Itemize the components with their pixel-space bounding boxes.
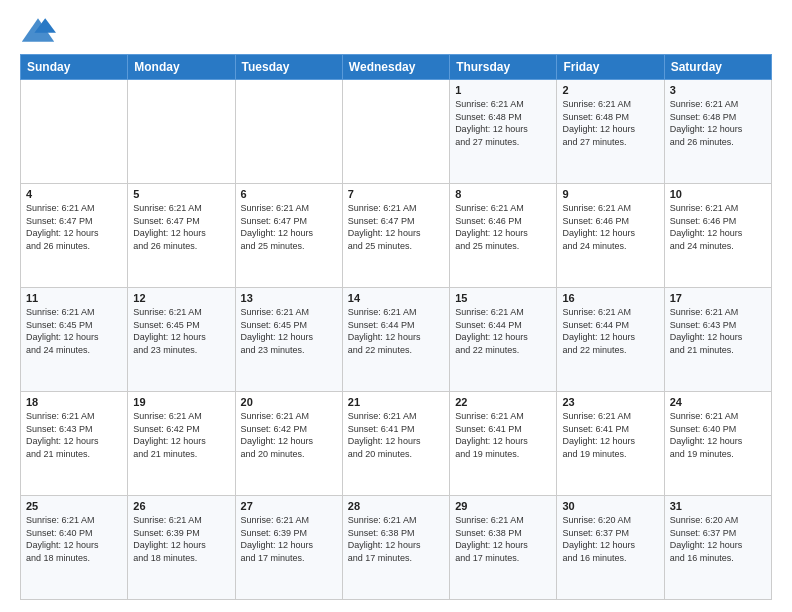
day-info: Sunrise: 6:21 AM Sunset: 6:47 PM Dayligh… [26, 202, 122, 252]
day-cell: 25Sunrise: 6:21 AM Sunset: 6:40 PM Dayli… [21, 496, 128, 600]
day-cell: 6Sunrise: 6:21 AM Sunset: 6:47 PM Daylig… [235, 184, 342, 288]
day-info: Sunrise: 6:21 AM Sunset: 6:42 PM Dayligh… [241, 410, 337, 460]
day-info: Sunrise: 6:21 AM Sunset: 6:48 PM Dayligh… [562, 98, 658, 148]
day-info: Sunrise: 6:21 AM Sunset: 6:41 PM Dayligh… [562, 410, 658, 460]
day-number: 26 [133, 500, 229, 512]
day-cell: 5Sunrise: 6:21 AM Sunset: 6:47 PM Daylig… [128, 184, 235, 288]
col-header-saturday: Saturday [664, 55, 771, 80]
day-number: 16 [562, 292, 658, 304]
day-info: Sunrise: 6:21 AM Sunset: 6:40 PM Dayligh… [670, 410, 766, 460]
day-cell [235, 80, 342, 184]
day-info: Sunrise: 6:20 AM Sunset: 6:37 PM Dayligh… [562, 514, 658, 564]
day-number: 22 [455, 396, 551, 408]
day-info: Sunrise: 6:21 AM Sunset: 6:48 PM Dayligh… [670, 98, 766, 148]
day-cell: 2Sunrise: 6:21 AM Sunset: 6:48 PM Daylig… [557, 80, 664, 184]
day-info: Sunrise: 6:21 AM Sunset: 6:43 PM Dayligh… [670, 306, 766, 356]
day-number: 18 [26, 396, 122, 408]
day-cell: 9Sunrise: 6:21 AM Sunset: 6:46 PM Daylig… [557, 184, 664, 288]
day-number: 9 [562, 188, 658, 200]
logo [20, 16, 60, 44]
day-info: Sunrise: 6:21 AM Sunset: 6:42 PM Dayligh… [133, 410, 229, 460]
day-number: 23 [562, 396, 658, 408]
week-row-1: 1Sunrise: 6:21 AM Sunset: 6:48 PM Daylig… [21, 80, 772, 184]
day-cell: 18Sunrise: 6:21 AM Sunset: 6:43 PM Dayli… [21, 392, 128, 496]
day-cell: 28Sunrise: 6:21 AM Sunset: 6:38 PM Dayli… [342, 496, 449, 600]
day-info: Sunrise: 6:21 AM Sunset: 6:47 PM Dayligh… [133, 202, 229, 252]
day-number: 3 [670, 84, 766, 96]
day-cell: 17Sunrise: 6:21 AM Sunset: 6:43 PM Dayli… [664, 288, 771, 392]
col-header-monday: Monday [128, 55, 235, 80]
day-info: Sunrise: 6:21 AM Sunset: 6:40 PM Dayligh… [26, 514, 122, 564]
day-cell: 26Sunrise: 6:21 AM Sunset: 6:39 PM Dayli… [128, 496, 235, 600]
day-number: 13 [241, 292, 337, 304]
day-number: 15 [455, 292, 551, 304]
week-row-4: 18Sunrise: 6:21 AM Sunset: 6:43 PM Dayli… [21, 392, 772, 496]
day-info: Sunrise: 6:21 AM Sunset: 6:46 PM Dayligh… [455, 202, 551, 252]
header [20, 16, 772, 44]
col-header-friday: Friday [557, 55, 664, 80]
day-cell: 29Sunrise: 6:21 AM Sunset: 6:38 PM Dayli… [450, 496, 557, 600]
day-info: Sunrise: 6:21 AM Sunset: 6:45 PM Dayligh… [241, 306, 337, 356]
day-info: Sunrise: 6:21 AM Sunset: 6:47 PM Dayligh… [241, 202, 337, 252]
week-row-3: 11Sunrise: 6:21 AM Sunset: 6:45 PM Dayli… [21, 288, 772, 392]
col-header-sunday: Sunday [21, 55, 128, 80]
day-info: Sunrise: 6:21 AM Sunset: 6:44 PM Dayligh… [455, 306, 551, 356]
day-info: Sunrise: 6:21 AM Sunset: 6:44 PM Dayligh… [348, 306, 444, 356]
day-info: Sunrise: 6:20 AM Sunset: 6:37 PM Dayligh… [670, 514, 766, 564]
day-cell [21, 80, 128, 184]
day-cell: 12Sunrise: 6:21 AM Sunset: 6:45 PM Dayli… [128, 288, 235, 392]
day-cell: 27Sunrise: 6:21 AM Sunset: 6:39 PM Dayli… [235, 496, 342, 600]
day-cell: 20Sunrise: 6:21 AM Sunset: 6:42 PM Dayli… [235, 392, 342, 496]
day-number: 4 [26, 188, 122, 200]
day-info: Sunrise: 6:21 AM Sunset: 6:45 PM Dayligh… [26, 306, 122, 356]
day-number: 17 [670, 292, 766, 304]
day-number: 5 [133, 188, 229, 200]
day-info: Sunrise: 6:21 AM Sunset: 6:48 PM Dayligh… [455, 98, 551, 148]
day-number: 1 [455, 84, 551, 96]
day-info: Sunrise: 6:21 AM Sunset: 6:46 PM Dayligh… [562, 202, 658, 252]
calendar-table: SundayMondayTuesdayWednesdayThursdayFrid… [20, 54, 772, 600]
day-cell [128, 80, 235, 184]
day-number: 10 [670, 188, 766, 200]
day-number: 8 [455, 188, 551, 200]
day-cell: 1Sunrise: 6:21 AM Sunset: 6:48 PM Daylig… [450, 80, 557, 184]
page: SundayMondayTuesdayWednesdayThursdayFrid… [0, 0, 792, 612]
day-number: 30 [562, 500, 658, 512]
day-cell: 19Sunrise: 6:21 AM Sunset: 6:42 PM Dayli… [128, 392, 235, 496]
day-cell: 22Sunrise: 6:21 AM Sunset: 6:41 PM Dayli… [450, 392, 557, 496]
day-number: 7 [348, 188, 444, 200]
day-cell: 14Sunrise: 6:21 AM Sunset: 6:44 PM Dayli… [342, 288, 449, 392]
col-header-wednesday: Wednesday [342, 55, 449, 80]
day-number: 27 [241, 500, 337, 512]
day-cell: 30Sunrise: 6:20 AM Sunset: 6:37 PM Dayli… [557, 496, 664, 600]
day-number: 25 [26, 500, 122, 512]
week-row-2: 4Sunrise: 6:21 AM Sunset: 6:47 PM Daylig… [21, 184, 772, 288]
day-cell: 21Sunrise: 6:21 AM Sunset: 6:41 PM Dayli… [342, 392, 449, 496]
day-number: 11 [26, 292, 122, 304]
day-info: Sunrise: 6:21 AM Sunset: 6:44 PM Dayligh… [562, 306, 658, 356]
day-cell: 24Sunrise: 6:21 AM Sunset: 6:40 PM Dayli… [664, 392, 771, 496]
day-info: Sunrise: 6:21 AM Sunset: 6:45 PM Dayligh… [133, 306, 229, 356]
col-header-tuesday: Tuesday [235, 55, 342, 80]
day-cell: 31Sunrise: 6:20 AM Sunset: 6:37 PM Dayli… [664, 496, 771, 600]
col-header-thursday: Thursday [450, 55, 557, 80]
day-info: Sunrise: 6:21 AM Sunset: 6:41 PM Dayligh… [455, 410, 551, 460]
day-number: 24 [670, 396, 766, 408]
day-number: 12 [133, 292, 229, 304]
day-info: Sunrise: 6:21 AM Sunset: 6:39 PM Dayligh… [241, 514, 337, 564]
day-number: 20 [241, 396, 337, 408]
header-row: SundayMondayTuesdayWednesdayThursdayFrid… [21, 55, 772, 80]
day-number: 29 [455, 500, 551, 512]
day-cell: 8Sunrise: 6:21 AM Sunset: 6:46 PM Daylig… [450, 184, 557, 288]
day-cell: 16Sunrise: 6:21 AM Sunset: 6:44 PM Dayli… [557, 288, 664, 392]
day-info: Sunrise: 6:21 AM Sunset: 6:38 PM Dayligh… [348, 514, 444, 564]
day-number: 14 [348, 292, 444, 304]
day-number: 31 [670, 500, 766, 512]
day-cell: 3Sunrise: 6:21 AM Sunset: 6:48 PM Daylig… [664, 80, 771, 184]
week-row-5: 25Sunrise: 6:21 AM Sunset: 6:40 PM Dayli… [21, 496, 772, 600]
day-info: Sunrise: 6:21 AM Sunset: 6:38 PM Dayligh… [455, 514, 551, 564]
day-cell: 13Sunrise: 6:21 AM Sunset: 6:45 PM Dayli… [235, 288, 342, 392]
day-number: 19 [133, 396, 229, 408]
day-cell: 23Sunrise: 6:21 AM Sunset: 6:41 PM Dayli… [557, 392, 664, 496]
day-number: 6 [241, 188, 337, 200]
